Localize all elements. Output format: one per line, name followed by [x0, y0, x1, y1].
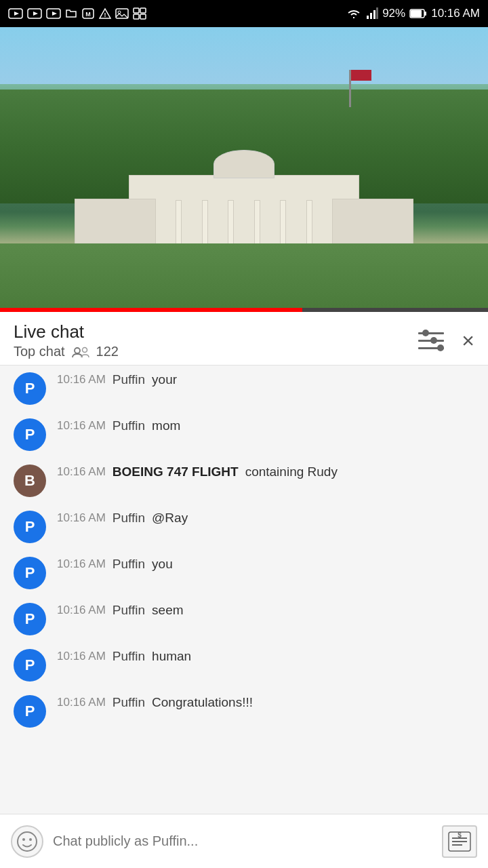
svg-rect-22 — [411, 10, 422, 17]
messages-list: P 10:16 AM Puffin your P 10:16 AM Puffin… — [0, 366, 488, 868]
emoji-button[interactable] — [11, 825, 43, 858]
people-icon — [72, 346, 89, 358]
message-author: BOEING 747 FLIGHT — [113, 465, 239, 479]
message-text: @Ray — [152, 511, 188, 526]
message-content: 10:16 AM Puffin seem — [57, 603, 474, 618]
chat-area: Live chat Top chat 122 — [0, 312, 488, 868]
columns-row — [156, 195, 332, 249]
svg-rect-16 — [367, 16, 369, 19]
youtube-icon3 — [46, 7, 61, 20]
wing-right — [332, 199, 413, 250]
mastodon-icon: M — [81, 7, 95, 20]
chat-message: P 10:16 AM Puffin your — [0, 366, 488, 412]
topchat-label[interactable]: Top chat — [14, 344, 65, 359]
livechat-title: Live chat — [14, 321, 119, 342]
svg-rect-13 — [140, 8, 146, 13]
superchat-button[interactable]: $ — [442, 825, 477, 858]
youtube-icon — [8, 7, 23, 20]
message-text: human — [152, 649, 191, 664]
message-content: 10:16 AM Puffin mom — [57, 418, 474, 433]
svg-text:$: $ — [458, 831, 462, 839]
svg-marker-3 — [33, 12, 38, 16]
filter-button[interactable] — [418, 328, 445, 353]
message-time: 10:16 AM — [57, 604, 106, 617]
message-time: 10:16 AM — [57, 557, 106, 571]
svg-text:M: M — [85, 11, 91, 18]
message-author: Puffin — [113, 649, 145, 664]
svg-text:!: ! — [104, 12, 106, 18]
status-icons-left: M ! — [8, 7, 146, 20]
status-bar: M ! — [0, 0, 488, 27]
avatar: P — [14, 557, 46, 589]
message-content: 10:16 AM Puffin @Ray — [57, 511, 474, 526]
avatar: P — [14, 511, 46, 543]
message-time: 10:16 AM — [57, 511, 106, 525]
dome — [214, 150, 274, 178]
message-content: 10:16 AM Puffin human — [57, 649, 474, 664]
image-icon — [115, 7, 129, 20]
livechat-controls: × — [418, 328, 474, 353]
folder-icon — [65, 7, 77, 20]
whitehouse-main — [129, 175, 359, 250]
message-time: 10:16 AM — [57, 419, 106, 433]
message-text: containing Rudy — [245, 465, 338, 479]
video-scene — [0, 27, 488, 312]
chat-message: B 10:16 AM BOEING 747 FLIGHT containing … — [0, 458, 488, 504]
message-author: Puffin — [113, 418, 145, 433]
chat-message: P 10:16 AM Puffin seem — [0, 596, 488, 642]
message-content: 10:16 AM Puffin Congratulations!!! — [57, 695, 474, 710]
message-author: Puffin — [113, 372, 145, 387]
signal-icon — [366, 7, 378, 20]
wifi-icon — [346, 7, 362, 20]
grid-icon — [133, 7, 146, 20]
battery-icon — [409, 8, 427, 19]
chat-message: P 10:16 AM Puffin @Ray — [0, 504, 488, 550]
svg-point-24 — [82, 347, 87, 352]
youtube-icon2 — [27, 7, 42, 20]
chat-message: P 10:16 AM Puffin you — [0, 550, 488, 596]
chat-message: P 10:16 AM Puffin Congratulations!!! — [0, 688, 488, 734]
avatar: B — [14, 465, 46, 497]
chat-input-area: $ — [0, 814, 488, 868]
flagpole — [349, 70, 351, 107]
svg-rect-17 — [370, 13, 372, 19]
message-time: 10:16 AM — [57, 696, 106, 709]
message-author: Puffin — [113, 557, 145, 572]
svg-rect-15 — [140, 14, 146, 19]
svg-marker-5 — [52, 12, 57, 16]
avatar: P — [14, 695, 46, 728]
message-content: 10:16 AM Puffin your — [57, 372, 474, 387]
svg-point-23 — [75, 348, 80, 353]
svg-point-26 — [22, 838, 25, 841]
time-display: 10:16 AM — [431, 7, 480, 20]
close-button[interactable]: × — [462, 330, 474, 351]
avatar: P — [14, 418, 46, 451]
svg-rect-18 — [373, 10, 375, 19]
status-info-right: 92% 10:16 AM — [346, 7, 480, 20]
avatar: P — [14, 603, 46, 635]
chat-message: P 10:16 AM Puffin human — [0, 642, 488, 688]
svg-rect-21 — [424, 12, 426, 16]
avatar: P — [14, 649, 46, 682]
warning-icon: ! — [99, 7, 111, 20]
chat-message: P 10:16 AM Puffin mom — [0, 412, 488, 458]
svg-marker-1 — [14, 12, 19, 16]
message-text: Congratulations!!! — [152, 695, 253, 710]
lawn — [0, 243, 488, 312]
emoji-face-icon — [16, 831, 38, 852]
battery-text: 92% — [382, 7, 405, 20]
message-text: your — [152, 372, 177, 387]
message-time: 10:16 AM — [57, 373, 106, 387]
livechat-header: Live chat Top chat 122 — [0, 312, 488, 366]
chat-text-input[interactable] — [53, 824, 432, 859]
app-container: M ! — [0, 0, 488, 868]
message-text: mom — [152, 418, 180, 433]
svg-rect-14 — [134, 14, 139, 19]
svg-point-27 — [29, 838, 32, 841]
livechat-title-area: Live chat Top chat 122 — [14, 321, 119, 359]
livechat-subtitle: Top chat 122 — [14, 344, 119, 359]
message-text: seem — [152, 603, 183, 618]
flag — [351, 70, 371, 81]
video-player[interactable] — [0, 27, 488, 312]
avatar: P — [14, 372, 46, 405]
